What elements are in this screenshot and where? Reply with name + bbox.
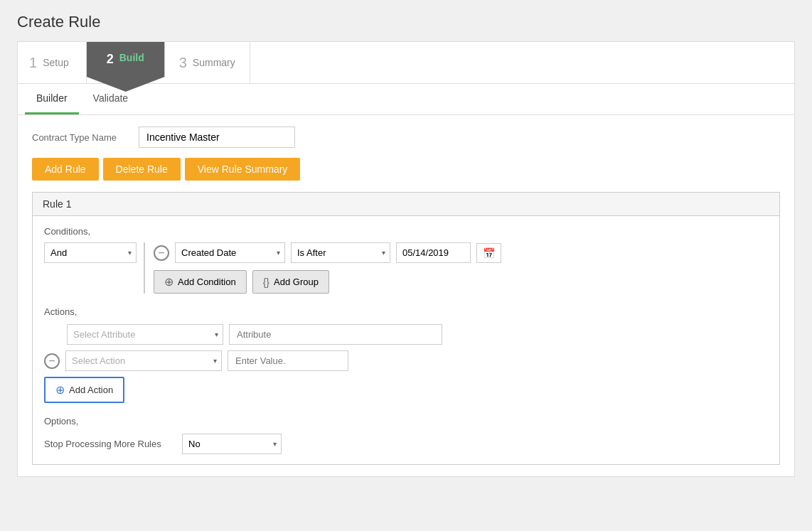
add-group-button[interactable]: {} Add Group — [252, 270, 329, 294]
add-rule-button[interactable]: Add Rule — [32, 158, 99, 181]
options-label: Options, — [44, 416, 768, 427]
calendar-icon: 📅 — [483, 247, 495, 259]
page-wrapper: Create Rule 1 Setup 2 Build 3 Summary Bu… — [0, 0, 812, 531]
action-select-row: − Select Action ▾ — [44, 350, 768, 371]
remove-action-button[interactable]: − — [44, 353, 60, 369]
add-action-button[interactable]: ⊕ Add Action — [44, 377, 124, 403]
step-3[interactable]: 3 Summary — [165, 42, 250, 83]
select-attribute-wrapper[interactable]: Select Attribute ▾ — [67, 324, 223, 345]
select-action-wrapper[interactable]: Select Action ▾ — [65, 350, 222, 371]
minus-icon: − — [158, 247, 164, 259]
conditions-block: − Created Date ▾ — [144, 242, 768, 294]
operator-select-wrapper[interactable]: Is After ▾ — [291, 242, 390, 263]
enter-value-input[interactable] — [228, 350, 348, 371]
delete-rule-button[interactable]: Delete Rule — [103, 158, 181, 181]
actions-label: Actions, — [44, 306, 768, 317]
contract-type-row: Contract Type Name — [32, 127, 780, 148]
condition-row-1: − Created Date ▾ — [154, 242, 768, 263]
tab-builder[interactable]: Builder — [25, 84, 79, 114]
contract-type-label: Contract Type Name — [32, 132, 132, 143]
step-1-label: Setup — [43, 57, 69, 68]
view-rule-summary-button[interactable]: View Rule Summary — [185, 158, 301, 181]
stop-processing-label: Stop Processing More Rules — [44, 439, 172, 449]
remove-condition-button[interactable]: − — [154, 245, 169, 261]
step-2-label: Build — [119, 52, 144, 63]
rule-1-body: Conditions, And Or ▾ — [33, 216, 779, 464]
attribute-select-wrapper[interactable]: Created Date ▾ — [175, 242, 285, 263]
attribute-select[interactable]: Created Date — [175, 242, 285, 263]
date-value-input[interactable] — [396, 242, 471, 263]
step-2-number: 2 — [107, 52, 114, 67]
stop-processing-select[interactable]: No Yes — [182, 434, 282, 454]
calendar-button[interactable]: 📅 — [476, 243, 501, 263]
toolbar-buttons: Add Rule Delete Rule View Rule Summary — [32, 158, 780, 181]
remove-action-minus-icon: − — [48, 355, 55, 367]
stop-processing-wrapper[interactable]: No Yes ▾ — [182, 434, 282, 454]
add-condition-group-row: ⊕ Add Condition {} Add Group — [154, 270, 768, 294]
options-row: Stop Processing More Rules No Yes ▾ — [44, 434, 768, 454]
select-attribute-select[interactable]: Select Attribute — [67, 324, 223, 345]
steps-bar: 1 Setup 2 Build 3 Summary — [17, 41, 795, 84]
contract-type-input[interactable] — [139, 127, 295, 148]
and-or-wrapper[interactable]: And Or ▾ — [44, 242, 137, 263]
conditions-row: And Or ▾ − — [44, 242, 768, 294]
add-condition-plus-icon: ⊕ — [164, 275, 173, 289]
content-area: Contract Type Name Add Rule Delete Rule … — [17, 115, 795, 477]
step-3-label: Summary — [193, 57, 235, 68]
step-1-number: 1 — [29, 55, 37, 71]
add-action-circle-icon: ⊕ — [55, 383, 65, 397]
select-action-select[interactable]: Select Action — [65, 350, 222, 371]
add-condition-button[interactable]: ⊕ Add Condition — [154, 270, 247, 294]
and-or-select[interactable]: And Or — [44, 242, 137, 263]
add-group-label: Add Group — [274, 277, 319, 287]
conditions-label: Conditions, — [44, 226, 768, 237]
rule-1-header: Rule 1 — [33, 193, 779, 216]
step-3-number: 3 — [179, 55, 187, 71]
add-action-label: Add Action — [69, 385, 113, 395]
action-attribute-row: Select Attribute ▾ — [67, 324, 768, 345]
step-1[interactable]: 1 Setup — [18, 42, 87, 83]
add-group-brace-icon: {} — [263, 277, 269, 288]
attribute-display-input[interactable] — [229, 324, 442, 345]
page-title: Create Rule — [17, 13, 795, 31]
add-condition-label: Add Condition — [178, 277, 236, 287]
operator-select[interactable]: Is After — [291, 242, 390, 263]
rule-1-section: Rule 1 Conditions, And Or ▾ — [32, 192, 780, 465]
